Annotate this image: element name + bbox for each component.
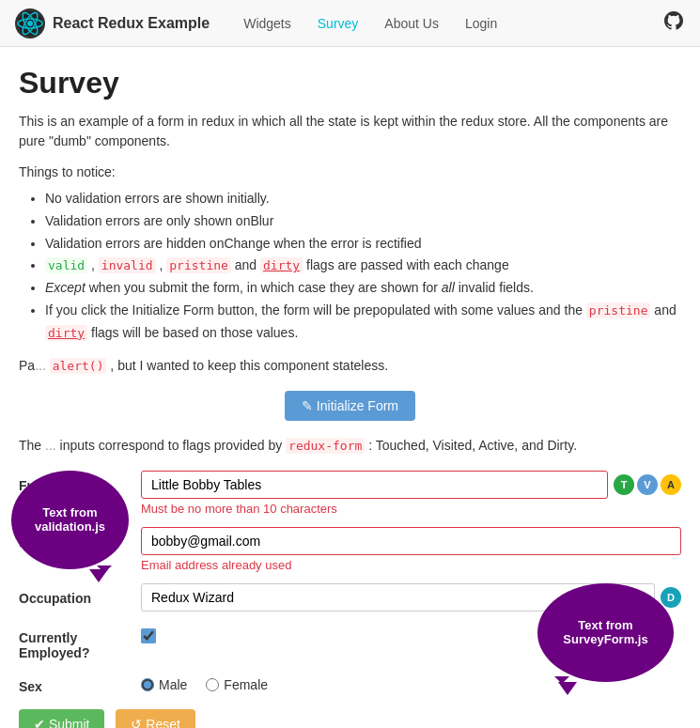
initialize-form-button[interactable]: ✎ Initialize Form — [285, 391, 415, 421]
list-item: Validation errors are hidden onChange wh… — [45, 233, 681, 256]
sex-label: Sex — [19, 672, 141, 694]
fullname-field-wrap: T V A Must be no more than 10 characters — [141, 471, 681, 516]
list-item: Except when you submit the form, in whic… — [45, 277, 681, 300]
nav-item-survey[interactable]: Survey — [306, 10, 370, 37]
form-actions: ✔ Submit ↺ Reset — [19, 709, 681, 728]
email-input[interactable] — [141, 527, 681, 555]
nav-item-login[interactable]: Login — [454, 10, 508, 37]
navbar-nav: Widgets Survey About Us Login — [232, 10, 662, 37]
radio-female[interactable] — [206, 678, 219, 691]
brand-name: React Redux Example — [53, 15, 210, 32]
fullname-flags: T V A — [614, 474, 681, 495]
email-input-row — [141, 527, 681, 555]
nav-item-widgets[interactable]: Widgets — [232, 10, 303, 37]
flag-touched: T — [614, 474, 634, 495]
main-content: Survey This is an example of a form in r… — [0, 47, 700, 728]
notice-list: No validation errors are shown initially… — [45, 188, 681, 345]
fullname-input[interactable] — [141, 471, 608, 499]
employed-label: Currently Employed? — [19, 623, 141, 660]
list-item: No validation errors are shown initially… — [45, 188, 681, 210]
flag-visited: V — [637, 474, 658, 495]
flag-active: A — [661, 474, 681, 495]
notice-label: Things to notice: — [19, 163, 681, 182]
brand-link[interactable]: React Redux Example — [15, 8, 210, 39]
sex-option-male[interactable]: Male — [141, 677, 187, 692]
employed-checkbox[interactable] — [141, 628, 156, 643]
submit-button[interactable]: ✔ Submit — [19, 709, 104, 728]
fullname-error: Must be no more than 10 characters — [141, 502, 681, 516]
flag-dirty-occ: D — [661, 587, 681, 608]
annotation-bubble-right: Text fromSurveyForm.js — [537, 583, 674, 682]
intro-text: This is an example of a form in redux in… — [19, 112, 681, 151]
reset-button[interactable]: ↺ Reset — [116, 709, 194, 728]
list-item: valid , invalid , pristine and dirty fla… — [45, 255, 681, 277]
initialize-section: ✎ Initialize Form — [19, 391, 681, 421]
navbar: React Redux Example Widgets Survey About… — [0, 0, 700, 47]
page-title: Survey — [19, 66, 681, 101]
list-item: Validation errors are only shown onBlur — [45, 210, 681, 233]
sex-option-female[interactable]: Female — [206, 677, 268, 692]
radio-male-label: Male — [159, 677, 187, 692]
email-field-wrap: Email address already used — [141, 527, 681, 572]
list-item: If you click the Initialize Form button,… — [45, 300, 681, 345]
radio-male[interactable] — [141, 678, 154, 691]
para-text: Pa... alert() , but I wanted to keep thi… — [19, 356, 681, 376]
annotation-bubble-left: Text fromvalidation.js — [11, 471, 129, 569]
occupation-label: Occupation — [19, 583, 141, 606]
annotation-container: Text fromvalidation.js Text fromSurveyFo… — [19, 471, 681, 728]
svg-point-4 — [27, 21, 33, 26]
github-icon[interactable] — [662, 9, 685, 38]
radio-female-label: Female — [224, 677, 268, 692]
fullname-input-row: T V A — [141, 471, 681, 499]
flags-text: The ... inputs correspond to flags provi… — [19, 436, 681, 456]
brand-logo — [15, 8, 45, 39]
nav-item-about[interactable]: About Us — [373, 10, 450, 37]
email-error: Email address already used — [141, 558, 681, 572]
